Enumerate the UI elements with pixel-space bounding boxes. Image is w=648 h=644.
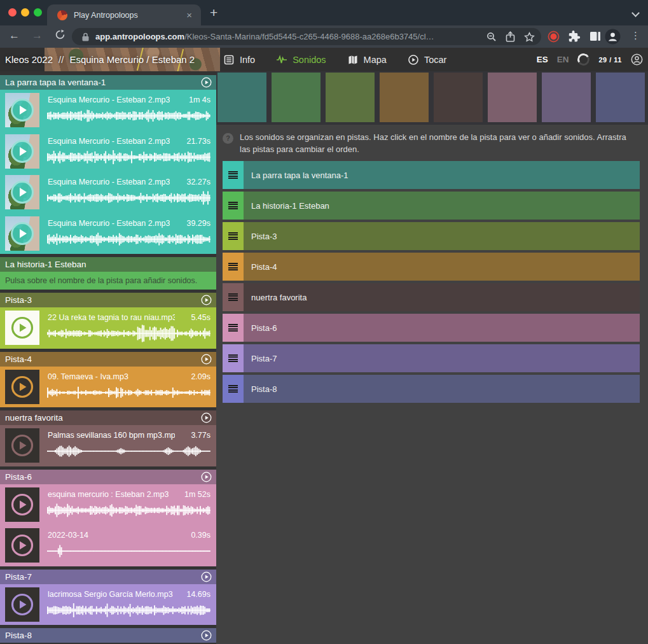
track-swatch-8[interactable] xyxy=(596,73,645,122)
clip-play-icon[interactable] xyxy=(10,221,35,246)
clip-play-icon[interactable] xyxy=(10,433,35,458)
track-swatch-1[interactable] xyxy=(217,73,266,122)
back-button[interactable]: ← xyxy=(9,29,20,42)
url-text[interactable]: app.antropoloops.com/Kleos-Santa-Marina/… xyxy=(95,32,478,41)
track-play-icon[interactable] xyxy=(201,472,212,482)
zoom-icon[interactable] xyxy=(486,32,497,42)
clip-thumbnail[interactable] xyxy=(5,216,39,251)
clip-play-icon[interactable] xyxy=(10,533,35,558)
clip-thumbnail[interactable] xyxy=(5,487,39,522)
clip-play-icon[interactable] xyxy=(10,139,35,164)
drag-handle[interactable] xyxy=(223,253,244,281)
browser-menu-icon[interactable]: ⋮ xyxy=(631,30,640,41)
clip-thumbnail[interactable] xyxy=(5,528,39,563)
clip-row[interactable]: Esquina Mercurio - Esteban 2.mp321.73s xyxy=(0,131,216,172)
forward-button[interactable]: → xyxy=(32,29,43,42)
track-row-body[interactable]: nuertra favorita xyxy=(244,283,640,311)
clip-thumbnail[interactable] xyxy=(5,428,39,463)
clip-row[interactable]: 09. Temaeva - Iva.mp32.09s xyxy=(0,367,216,408)
clip-row[interactable]: 22 Ua reka te tagnia to rau niau.mp35.45… xyxy=(0,307,216,349)
track-row-body[interactable]: La parra tapa la ventana-1 xyxy=(244,161,640,189)
track-row-2[interactable]: La historia-1 Esteban xyxy=(223,192,640,220)
side-panel-icon[interactable] xyxy=(589,31,601,45)
clip-thumbnail[interactable] xyxy=(5,370,39,404)
track-row-body[interactable]: Pista-3 xyxy=(244,222,640,250)
record-indicator-icon[interactable] xyxy=(548,31,560,43)
track-header[interactable]: La historia-1 Esteban xyxy=(0,257,216,272)
clip-play-icon[interactable] xyxy=(10,97,35,123)
project-name[interactable]: Kleos 2022 xyxy=(5,54,53,65)
track-header[interactable]: Pista-4 xyxy=(0,352,216,367)
drag-handle[interactable] xyxy=(223,375,244,403)
track-header[interactable]: Pista-3 xyxy=(0,293,216,307)
clip-row[interactable]: Esquina Mercurio - Esteban 2.mp332.27s xyxy=(0,172,216,213)
track-row-body[interactable]: Pista-7 xyxy=(244,344,640,372)
track-swatch-2[interactable] xyxy=(272,73,321,122)
track-swatch-6[interactable] xyxy=(488,73,537,122)
track-header[interactable]: nuertra favorita xyxy=(0,410,216,425)
track-row-body[interactable]: La historia-1 Esteban xyxy=(244,192,640,220)
clip-thumbnail[interactable] xyxy=(5,175,39,209)
clip-thumbnail[interactable] xyxy=(5,311,39,345)
tab-mapa[interactable]: Mapa xyxy=(348,55,387,65)
clip-row[interactable]: Palmas sevillanas 160 bpm mp3.mp33.77s xyxy=(0,425,216,466)
track-row-1[interactable]: La parra tapa la ventana-1 xyxy=(223,161,640,189)
reload-button[interactable] xyxy=(55,29,65,43)
tab-close-icon[interactable]: × xyxy=(184,9,195,21)
track-header[interactable]: Pista-8 xyxy=(0,628,216,643)
browser-tab[interactable]: Play Antropoloops × xyxy=(47,4,201,25)
track-swatch-5[interactable] xyxy=(434,73,483,122)
account-icon[interactable] xyxy=(631,53,643,66)
clip-row[interactable]: lacrimosa Sergio García Merlo.mp314.69s xyxy=(0,584,216,626)
clip-thumbnail[interactable] xyxy=(5,93,39,127)
drag-handle[interactable] xyxy=(223,314,244,342)
track-play-icon[interactable] xyxy=(201,77,212,88)
clip-row[interactable]: 2022-03-140.39s xyxy=(0,525,216,566)
track-play-icon[interactable] xyxy=(201,571,212,582)
profile-avatar[interactable] xyxy=(605,29,621,47)
address-bar[interactable]: app.antropoloops.com/Kleos-Santa-Marina/… xyxy=(72,28,541,45)
track-row-body[interactable]: Pista-6 xyxy=(244,314,640,342)
lang-en-button[interactable]: EN xyxy=(557,55,569,64)
tab-tocar[interactable]: Tocar xyxy=(408,55,446,65)
clip-play-icon[interactable] xyxy=(10,374,35,400)
track-play-icon[interactable] xyxy=(201,354,212,365)
tab-info[interactable]: Info xyxy=(224,55,255,65)
track-row-6[interactable]: Pista-6 xyxy=(223,314,640,342)
drag-handle[interactable] xyxy=(223,222,244,250)
drag-handle[interactable] xyxy=(223,192,244,220)
track-swatch-7[interactable] xyxy=(542,73,591,122)
clip-thumbnail[interactable] xyxy=(5,134,39,169)
clip-row[interactable]: esquina mercurio : Esteban 2.mp31m 52s xyxy=(0,484,216,526)
clip-thumbnail[interactable] xyxy=(5,587,39,622)
track-row-4[interactable]: Pista-4 xyxy=(223,253,640,281)
traffic-minimize-button[interactable] xyxy=(21,8,29,17)
track-swatch-4[interactable] xyxy=(380,73,429,122)
clip-play-icon[interactable] xyxy=(10,592,35,617)
drag-handle[interactable] xyxy=(223,161,244,189)
extensions-puzzle-icon[interactable] xyxy=(569,31,581,45)
track-swatch-3[interactable] xyxy=(326,73,375,122)
bookmark-star-icon[interactable] xyxy=(524,32,535,42)
clip-row[interactable]: Esquina Mercurio - Esteban 2.mp339.29s xyxy=(0,213,216,255)
drag-handle[interactable] xyxy=(223,283,244,311)
traffic-close-button[interactable] xyxy=(8,8,17,17)
track-row-7[interactable]: Pista-7 xyxy=(223,344,640,372)
track-row-8[interactable]: Pista-8 xyxy=(223,375,640,403)
clip-row[interactable]: Esquina Mercurio - Esteban 2.mp31m 4s xyxy=(0,90,216,131)
clip-play-icon[interactable] xyxy=(10,179,35,205)
track-header[interactable]: Pista-6 xyxy=(0,470,216,484)
new-tab-button[interactable]: + xyxy=(210,6,217,19)
track-row-body[interactable]: Pista-4 xyxy=(244,253,640,281)
tab-search-chevron-icon[interactable] xyxy=(633,10,639,16)
track-row-5[interactable]: nuertra favorita xyxy=(223,283,640,311)
tab-sonidos[interactable]: Sonidos xyxy=(277,55,326,65)
lang-es-button[interactable]: ES xyxy=(537,55,548,64)
track-header[interactable]: La parra tapa la ventana-1 xyxy=(0,75,216,90)
share-icon[interactable] xyxy=(506,31,515,42)
track-row-3[interactable]: Pista-3 xyxy=(223,222,640,250)
drag-handle[interactable] xyxy=(223,344,244,372)
track-play-icon[interactable] xyxy=(201,412,212,423)
traffic-zoom-button[interactable] xyxy=(34,8,42,17)
clip-play-icon[interactable] xyxy=(10,315,35,340)
